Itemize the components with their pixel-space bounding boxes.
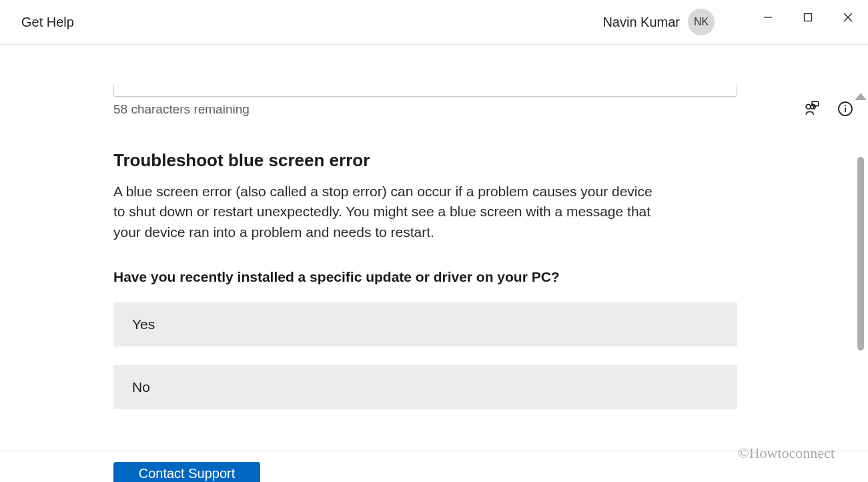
question-text: Have you recently installed a specific u… <box>113 269 737 285</box>
scrollbar-thumb[interactable] <box>857 157 864 350</box>
article-title: Troubleshoot blue screen error <box>113 150 737 171</box>
maximize-button[interactable] <box>788 4 828 31</box>
info-icon[interactable] <box>836 99 855 118</box>
user-block[interactable]: Navin Kumar NK <box>602 9 715 35</box>
app-title: Get Help <box>21 15 74 30</box>
svg-rect-1 <box>805 14 812 21</box>
article-description: A blue screen error (also called a stop … <box>113 182 667 242</box>
char-remaining-label: 58 characters remaining <box>113 102 737 117</box>
option-no[interactable]: No <box>113 365 737 409</box>
contact-support-button[interactable]: Contact Support <box>113 462 260 482</box>
content-area: 58 characters remaining Troubleshoot blu… <box>0 45 868 482</box>
svg-point-4 <box>806 104 811 109</box>
toolbar <box>803 99 855 118</box>
user-name: Navin Kumar <box>602 15 680 30</box>
minimize-button[interactable] <box>748 4 788 31</box>
window-controls <box>748 0 868 44</box>
close-button[interactable] <box>828 4 868 31</box>
scroll-up-arrow[interactable] <box>855 93 867 100</box>
title-bar: Get Help Navin Kumar NK <box>0 0 868 45</box>
main-content: 58 characters remaining Troubleshoot blu… <box>113 45 737 480</box>
search-input[interactable] <box>113 85 737 97</box>
avatar[interactable]: NK <box>688 9 715 35</box>
feedback-icon[interactable] <box>803 99 821 118</box>
title-bar-right: Navin Kumar NK <box>602 0 868 44</box>
watermark-text: ©Howtoconnect <box>738 445 835 462</box>
svg-point-9 <box>845 105 846 106</box>
option-yes[interactable]: Yes <box>113 302 737 346</box>
